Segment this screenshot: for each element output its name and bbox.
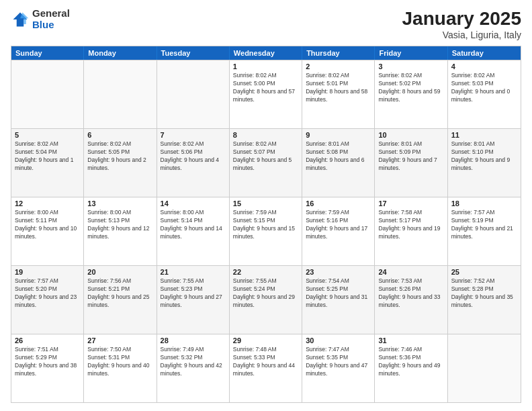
cell-info: Sunrise: 8:02 AM Sunset: 5:01 PM Dayligh…	[306, 72, 371, 104]
calendar-cell: 10Sunrise: 8:01 AM Sunset: 5:09 PM Dayli…	[375, 129, 447, 197]
cell-day-number: 3	[378, 62, 443, 71]
cell-day-number: 10	[378, 131, 443, 139]
cell-day-number: 20	[87, 268, 152, 276]
calendar-row-3: 12Sunrise: 8:00 AM Sunset: 5:11 PM Dayli…	[11, 197, 521, 265]
calendar-cell: 8Sunrise: 8:02 AM Sunset: 5:07 PM Daylig…	[230, 129, 302, 197]
cell-info: Sunrise: 8:02 AM Sunset: 5:02 PM Dayligh…	[378, 72, 443, 104]
cell-day-number: 4	[451, 62, 517, 71]
cell-info: Sunrise: 7:56 AM Sunset: 5:21 PM Dayligh…	[87, 277, 152, 310]
calendar-row-4: 19Sunrise: 7:57 AM Sunset: 5:20 PM Dayli…	[11, 265, 521, 334]
cell-info: Sunrise: 8:00 AM Sunset: 5:13 PM Dayligh…	[87, 209, 152, 241]
cell-info: Sunrise: 8:02 AM Sunset: 5:00 PM Dayligh…	[233, 72, 298, 104]
cell-day-number: 5	[15, 131, 80, 139]
calendar-cell: 31Sunrise: 7:46 AM Sunset: 5:36 PM Dayli…	[375, 334, 447, 402]
cell-info: Sunrise: 7:59 AM Sunset: 5:16 PM Dayligh…	[306, 209, 371, 241]
cell-day-number: 15	[233, 199, 298, 208]
logo-general: General	[32, 7, 70, 19]
cell-info: Sunrise: 8:01 AM Sunset: 5:10 PM Dayligh…	[451, 140, 517, 173]
logo-blue: Blue	[32, 19, 54, 30]
cell-day-number: 13	[87, 199, 152, 208]
cell-info: Sunrise: 8:02 AM Sunset: 5:07 PM Dayligh…	[233, 140, 298, 173]
calendar-cell: 20Sunrise: 7:56 AM Sunset: 5:21 PM Dayli…	[84, 266, 157, 334]
calendar-row-1: 1Sunrise: 8:02 AM Sunset: 5:00 PM Daylig…	[11, 60, 521, 128]
header-wednesday: Wednesday	[230, 46, 302, 60]
cell-day-number: 30	[306, 336, 371, 345]
calendar-cell: 3Sunrise: 8:02 AM Sunset: 5:02 PM Daylig…	[375, 60, 447, 128]
header-sunday: Sunday	[11, 46, 84, 60]
cell-info: Sunrise: 7:58 AM Sunset: 5:17 PM Dayligh…	[378, 209, 443, 241]
calendar-header: Sunday Monday Tuesday Wednesday Thursday…	[11, 46, 521, 60]
cell-day-number: 11	[451, 131, 517, 139]
logo: General Blue	[11, 8, 70, 30]
cell-day-number: 14	[161, 199, 226, 208]
calendar-cell: 9Sunrise: 8:01 AM Sunset: 5:08 PM Daylig…	[302, 129, 375, 197]
calendar-cell: 26Sunrise: 7:51 AM Sunset: 5:29 PM Dayli…	[11, 334, 84, 402]
cell-day-number: 26	[15, 336, 80, 345]
cell-info: Sunrise: 8:00 AM Sunset: 5:11 PM Dayligh…	[15, 209, 80, 241]
calendar-cell: 7Sunrise: 8:02 AM Sunset: 5:06 PM Daylig…	[157, 129, 230, 197]
cell-day-number: 17	[378, 199, 443, 208]
calendar-cell	[84, 60, 157, 128]
logo-text: General Blue	[32, 8, 70, 30]
cell-day-number: 2	[306, 62, 371, 71]
calendar-cell	[157, 60, 230, 128]
calendar-cell: 21Sunrise: 7:55 AM Sunset: 5:23 PM Dayli…	[157, 266, 230, 334]
calendar-row-2: 5Sunrise: 8:02 AM Sunset: 5:04 PM Daylig…	[11, 128, 521, 197]
cell-day-number: 12	[15, 199, 80, 208]
month-title: January 2025	[402, 8, 521, 30]
calendar-cell	[448, 334, 521, 402]
calendar-cell: 18Sunrise: 7:57 AM Sunset: 5:19 PM Dayli…	[448, 197, 521, 265]
cell-info: Sunrise: 8:00 AM Sunset: 5:14 PM Dayligh…	[161, 209, 226, 241]
cell-info: Sunrise: 7:59 AM Sunset: 5:15 PM Dayligh…	[233, 209, 298, 241]
cell-info: Sunrise: 7:51 AM Sunset: 5:29 PM Dayligh…	[15, 346, 80, 378]
cell-info: Sunrise: 7:55 AM Sunset: 5:24 PM Dayligh…	[233, 277, 298, 310]
header-thursday: Thursday	[302, 46, 375, 60]
cell-day-number: 9	[306, 131, 371, 139]
cell-info: Sunrise: 8:01 AM Sunset: 5:09 PM Dayligh…	[378, 140, 443, 173]
cell-day-number: 8	[233, 131, 298, 139]
calendar: Sunday Monday Tuesday Wednesday Thursday…	[11, 46, 521, 403]
cell-day-number: 16	[306, 199, 371, 208]
cell-day-number: 23	[306, 268, 371, 276]
calendar-cell: 2Sunrise: 8:02 AM Sunset: 5:01 PM Daylig…	[302, 60, 375, 128]
logo-icon	[11, 10, 30, 29]
cell-info: Sunrise: 7:50 AM Sunset: 5:31 PM Dayligh…	[87, 346, 152, 378]
calendar-cell: 11Sunrise: 8:01 AM Sunset: 5:10 PM Dayli…	[448, 129, 521, 197]
cell-info: Sunrise: 7:53 AM Sunset: 5:26 PM Dayligh…	[378, 277, 443, 310]
calendar-row-5: 26Sunrise: 7:51 AM Sunset: 5:29 PM Dayli…	[11, 334, 521, 402]
cell-info: Sunrise: 7:49 AM Sunset: 5:32 PM Dayligh…	[161, 346, 226, 378]
calendar-cell: 25Sunrise: 7:52 AM Sunset: 5:28 PM Dayli…	[448, 266, 521, 334]
header-monday: Monday	[84, 46, 157, 60]
cell-day-number: 31	[378, 336, 443, 345]
calendar-cell: 28Sunrise: 7:49 AM Sunset: 5:32 PM Dayli…	[157, 334, 230, 402]
cell-info: Sunrise: 7:55 AM Sunset: 5:23 PM Dayligh…	[161, 277, 226, 310]
cell-info: Sunrise: 8:01 AM Sunset: 5:08 PM Dayligh…	[306, 140, 371, 173]
cell-info: Sunrise: 8:02 AM Sunset: 5:04 PM Dayligh…	[15, 140, 80, 173]
calendar-cell: 5Sunrise: 8:02 AM Sunset: 5:04 PM Daylig…	[11, 129, 84, 197]
calendar-cell: 22Sunrise: 7:55 AM Sunset: 5:24 PM Dayli…	[230, 266, 302, 334]
calendar-cell: 19Sunrise: 7:57 AM Sunset: 5:20 PM Dayli…	[11, 266, 84, 334]
page: General Blue January 2025 Vasia, Liguria…	[0, 0, 532, 411]
cell-day-number: 27	[87, 336, 152, 345]
location-title: Vasia, Liguria, Italy	[402, 30, 521, 40]
cell-info: Sunrise: 7:57 AM Sunset: 5:19 PM Dayligh…	[451, 209, 517, 241]
cell-info: Sunrise: 8:02 AM Sunset: 5:03 PM Dayligh…	[451, 72, 517, 104]
cell-day-number: 7	[161, 131, 226, 139]
cell-day-number: 1	[233, 62, 298, 71]
calendar-cell: 30Sunrise: 7:47 AM Sunset: 5:35 PM Dayli…	[302, 334, 375, 402]
cell-day-number: 21	[161, 268, 226, 276]
header: General Blue January 2025 Vasia, Liguria…	[11, 8, 521, 40]
cell-day-number: 6	[87, 131, 152, 139]
calendar-cell: 4Sunrise: 8:02 AM Sunset: 5:03 PM Daylig…	[448, 60, 521, 128]
calendar-cell: 27Sunrise: 7:50 AM Sunset: 5:31 PM Dayli…	[84, 334, 157, 402]
calendar-cell: 23Sunrise: 7:54 AM Sunset: 5:25 PM Dayli…	[302, 266, 375, 334]
calendar-cell: 13Sunrise: 8:00 AM Sunset: 5:13 PM Dayli…	[84, 197, 157, 265]
cell-info: Sunrise: 7:48 AM Sunset: 5:33 PM Dayligh…	[233, 346, 298, 378]
calendar-cell: 16Sunrise: 7:59 AM Sunset: 5:16 PM Dayli…	[302, 197, 375, 265]
calendar-cell: 15Sunrise: 7:59 AM Sunset: 5:15 PM Dayli…	[230, 197, 302, 265]
cell-info: Sunrise: 7:57 AM Sunset: 5:20 PM Dayligh…	[15, 277, 80, 310]
cell-day-number: 24	[378, 268, 443, 276]
cell-day-number: 18	[451, 199, 517, 208]
cell-day-number: 28	[161, 336, 226, 345]
cell-day-number: 22	[233, 268, 298, 276]
